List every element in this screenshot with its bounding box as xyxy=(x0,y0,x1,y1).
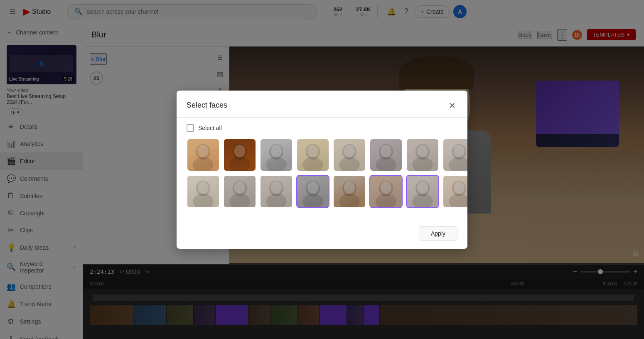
svg-point-26 xyxy=(198,181,209,194)
svg-point-13 xyxy=(339,157,359,171)
select-all-row: Select all xyxy=(187,124,457,132)
modal-close-button[interactable]: ✕ xyxy=(447,99,457,112)
face-item-11[interactable] xyxy=(260,175,293,208)
svg-point-2 xyxy=(198,145,209,157)
svg-point-31 xyxy=(266,193,286,208)
svg-point-28 xyxy=(229,193,250,208)
modal-body: Select all xyxy=(177,118,467,221)
face-item-2[interactable] xyxy=(223,138,256,172)
face-item-15[interactable] xyxy=(406,175,439,208)
select-faces-modal: Select faces ✕ Select all xyxy=(177,91,467,249)
svg-point-19 xyxy=(412,157,433,171)
face-item-14[interactable] xyxy=(369,175,403,208)
apply-button[interactable]: Apply xyxy=(419,226,457,241)
modal-title: Select faces xyxy=(187,101,227,110)
svg-point-43 xyxy=(412,193,433,208)
face-item-7[interactable] xyxy=(406,138,439,172)
face-item-16[interactable] xyxy=(442,175,467,208)
face-item-6[interactable] xyxy=(369,138,403,172)
svg-point-11 xyxy=(307,145,319,157)
face-item-13[interactable] xyxy=(333,175,366,208)
select-all-checkbox[interactable] xyxy=(187,124,194,132)
modal-overlay[interactable]: Select faces ✕ Select all xyxy=(0,0,644,339)
face-item-4[interactable] xyxy=(296,138,329,172)
svg-point-25 xyxy=(193,193,213,208)
modal-footer: Apply xyxy=(177,221,467,249)
svg-point-47 xyxy=(454,181,465,194)
faces-grid xyxy=(187,138,457,208)
svg-point-8 xyxy=(271,145,282,157)
svg-point-7 xyxy=(266,157,286,171)
face-item-12[interactable] xyxy=(296,175,329,208)
svg-point-14 xyxy=(344,145,355,157)
svg-point-40 xyxy=(376,193,396,208)
svg-point-1 xyxy=(193,157,213,171)
face-item-5[interactable] xyxy=(333,138,366,172)
svg-point-29 xyxy=(234,181,246,194)
svg-point-44 xyxy=(417,181,428,194)
svg-point-16 xyxy=(376,157,396,171)
svg-point-5 xyxy=(234,145,246,157)
svg-point-20 xyxy=(417,145,428,157)
face-item-9[interactable] xyxy=(187,175,220,208)
svg-point-10 xyxy=(302,157,323,171)
svg-point-22 xyxy=(449,157,467,171)
face-item-10[interactable] xyxy=(223,175,256,208)
svg-point-4 xyxy=(229,157,250,171)
svg-point-41 xyxy=(381,181,392,194)
face-item-8[interactable] xyxy=(442,138,467,172)
svg-point-23 xyxy=(454,145,465,157)
select-all-label[interactable]: Select all xyxy=(198,125,222,131)
svg-point-37 xyxy=(339,193,359,208)
svg-point-17 xyxy=(381,145,392,157)
modal-header: Select faces ✕ xyxy=(177,91,467,118)
svg-point-38 xyxy=(344,181,355,194)
svg-point-34 xyxy=(302,193,323,208)
face-item-3[interactable] xyxy=(260,138,293,172)
face-item-1[interactable] xyxy=(187,138,220,172)
svg-point-35 xyxy=(307,181,319,194)
svg-point-32 xyxy=(271,181,282,194)
svg-point-46 xyxy=(449,193,467,208)
